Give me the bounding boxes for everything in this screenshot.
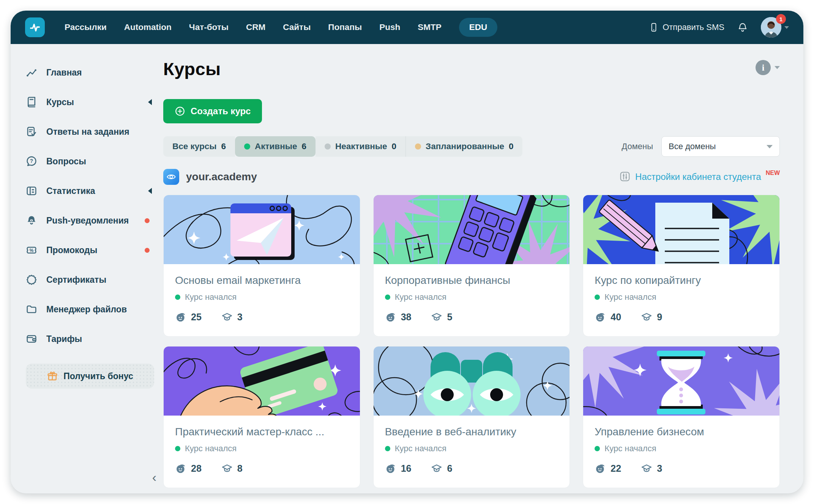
sidebar-item-label: Статистика xyxy=(46,186,95,196)
sidebar-item-bell[interactable]: Push-уведомления xyxy=(26,206,163,235)
sidebar-item-label: Push-уведомления xyxy=(46,216,129,226)
course-card[interactable]: Основы email маркетинга Курс начался 25 … xyxy=(163,195,360,337)
student-icon xyxy=(595,463,606,474)
domains-select[interactable]: Все домены xyxy=(661,136,780,157)
student-icon xyxy=(595,311,606,323)
sidebar-item-task[interactable]: Ответы на задания xyxy=(26,117,163,146)
screen: РассылкиAutomationЧат-ботыCRMСайтыПопапы… xyxy=(0,0,814,504)
students-count: 28 xyxy=(175,463,202,474)
nav-item-crm[interactable]: CRM xyxy=(246,22,265,32)
phone-icon xyxy=(649,22,659,32)
students-count: 22 xyxy=(595,463,621,474)
sidebar-item-book[interactable]: Курсы xyxy=(26,87,163,117)
sendpulse-logo[interactable] xyxy=(25,17,45,37)
student-icon xyxy=(385,311,396,323)
app-window: РассылкиAutomationЧат-ботыCRMСайтыПопапы… xyxy=(11,11,803,493)
domains-selected-value: Все домены xyxy=(669,142,716,151)
sidebar-item-certificate[interactable]: Сертификаты xyxy=(26,265,163,295)
chevron-left-icon xyxy=(148,188,152,194)
trend-icon xyxy=(26,67,37,78)
filter-tab-all[interactable]: Все курсы6 xyxy=(163,136,235,157)
get-bonus-button[interactable]: Получить бонус xyxy=(26,364,154,389)
sidebar-item-wallet[interactable]: Тарифы xyxy=(26,324,163,354)
question-icon: ? xyxy=(26,156,37,167)
course-info: Управление бизнесом Курс начался 22 3 xyxy=(583,416,779,488)
course-cover-creditcard xyxy=(164,346,360,416)
course-info: Практический мастер-класс ... Курс начал… xyxy=(164,416,360,488)
top-nav: РассылкиAutomationЧат-ботыCRMСайтыПопапы… xyxy=(11,11,803,44)
filter-count: 0 xyxy=(392,142,397,151)
get-bonus-label: Получить бонус xyxy=(63,371,133,381)
course-card[interactable]: Управление бизнесом Курс начался 22 3 xyxy=(583,346,780,488)
course-cover-plane xyxy=(164,195,360,264)
nav-item-push[interactable]: Push xyxy=(379,22,400,32)
nav-item-рассылки[interactable]: Рассылки xyxy=(65,22,107,32)
account-menu[interactable]: 1 xyxy=(761,17,789,38)
graduate-icon xyxy=(641,311,652,323)
info-menu-button[interactable]: i xyxy=(756,60,780,75)
pulse-icon xyxy=(28,21,41,34)
graduate-icon xyxy=(221,311,233,323)
graduates-count: 3 xyxy=(221,311,243,323)
bell-icon xyxy=(26,215,37,226)
notifications-bell-button[interactable] xyxy=(737,22,748,33)
domains-control: Домены Все домены xyxy=(622,136,780,157)
create-course-button[interactable]: Создать курс xyxy=(163,99,262,123)
filter-tab-active[interactable]: Активные6 xyxy=(235,136,316,157)
stats-icon xyxy=(26,185,37,197)
sliders-icon xyxy=(619,171,631,182)
sidebar-item-label: Курсы xyxy=(46,97,74,107)
alert-dot xyxy=(145,248,150,253)
folder-icon xyxy=(26,304,37,315)
graduates-count: 9 xyxy=(641,311,662,323)
courses-grid: Основы email маркетинга Курс начался 25 … xyxy=(163,195,780,488)
gift-icon xyxy=(47,370,58,382)
main-content: Курсы i Создать курс Все курсы6Активные6… xyxy=(163,44,803,493)
course-cover-calculator xyxy=(374,195,570,264)
nav-item-automation[interactable]: Automation xyxy=(124,22,172,32)
course-card[interactable]: Введение в веб-аналитику Курс начался 16… xyxy=(373,346,570,488)
page-title: Курсы xyxy=(163,58,221,79)
sidebar-item-label: Главная xyxy=(46,68,82,78)
course-title: Основы email маркетинга xyxy=(175,274,349,287)
nav-item-сайты[interactable]: Сайты xyxy=(283,22,311,32)
course-card[interactable]: Практический мастер-класс ... Курс начал… xyxy=(163,346,360,488)
course-title: Управление бизнесом xyxy=(595,425,768,438)
send-sms-button[interactable]: Отправить SMS xyxy=(649,22,724,32)
students-count: 40 xyxy=(595,311,621,323)
bell-icon xyxy=(737,22,748,33)
status-dot xyxy=(244,143,250,150)
course-card[interactable]: Курс по копирайтингу Курс начался 40 9 xyxy=(583,195,780,337)
course-info: Курс по копирайтингу Курс начался 40 9 xyxy=(583,264,779,336)
course-filters: Все курсы6Активные6Неактивные0Запланиров… xyxy=(163,136,522,157)
filter-label: Активные xyxy=(255,142,297,151)
graduate-icon xyxy=(431,463,442,474)
sidebar-item-trend[interactable]: Главная xyxy=(26,58,163,87)
sidebar-item-folder[interactable]: Менеджер файлов xyxy=(26,295,163,324)
course-info: Основы email маркетинга Курс начался 25 … xyxy=(164,264,360,336)
filter-tab-inactive[interactable]: Неактивные0 xyxy=(316,136,405,157)
student-cabinet-settings-link[interactable]: Настройки кабинета студента NEW xyxy=(619,171,780,183)
nav-item-попапы[interactable]: Попапы xyxy=(328,22,362,32)
svg-text:?: ? xyxy=(30,158,33,164)
course-title: Введение в веб-аналитику xyxy=(385,425,558,438)
student-icon xyxy=(385,463,396,474)
course-card[interactable]: Корпоративные финансы Курс начался 38 5 xyxy=(373,195,570,337)
nav-item-smtp[interactable]: SMTP xyxy=(418,22,442,32)
filter-tab-scheduled[interactable]: Запланированные0 xyxy=(405,136,522,157)
sidebar-item-promo[interactable]: %Промокоды xyxy=(26,235,163,265)
nav-right: Отправить SMS 1 xyxy=(649,17,789,38)
nav-item-edu[interactable]: EDU xyxy=(459,18,498,37)
sidebar-item-label: Тарифы xyxy=(46,334,82,344)
sidebar-item-label: Менеджер файлов xyxy=(46,304,127,315)
course-cover-hourglass xyxy=(583,346,779,416)
filter-count: 6 xyxy=(302,142,307,151)
sidebar-item-question[interactable]: ?Вопросы xyxy=(26,146,163,176)
students-count: 38 xyxy=(385,311,412,323)
graduates-count: 3 xyxy=(641,463,662,474)
sidebar-collapse-chevron[interactable]: ‹ xyxy=(152,471,156,484)
sidebar-item-stats[interactable]: Статистика xyxy=(26,176,163,206)
nav-item-чат-боты[interactable]: Чат-боты xyxy=(189,22,229,32)
graduate-icon xyxy=(221,463,233,474)
plus-circle-icon xyxy=(175,106,185,117)
